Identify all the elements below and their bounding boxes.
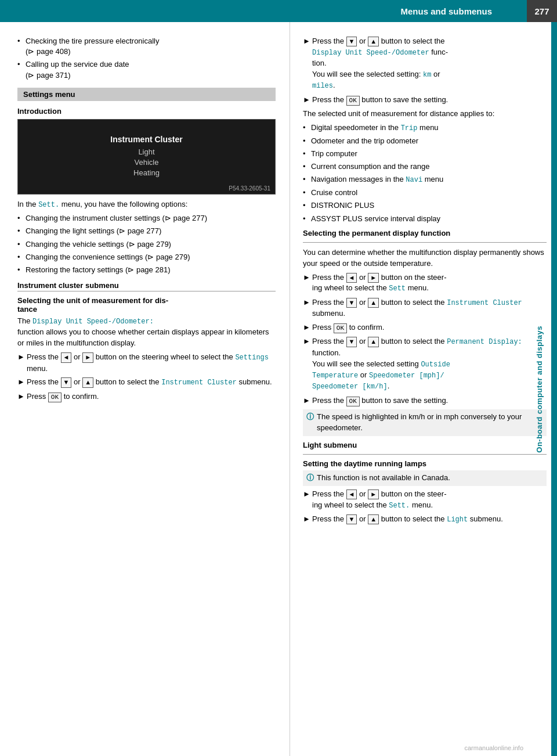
instrument-cluster-submenu-label: Instrument cluster submenu [17, 281, 276, 291]
display-unit-mono2: Display Unit Speed-/Odometer [312, 49, 429, 57]
step-r3-1: ► Press the ◄ or ► button on the steer-i… [303, 489, 547, 511]
option-text: Changing the convenience settings (⊳ pag… [26, 252, 276, 262]
bullet-text: Trip computer [311, 149, 547, 159]
ok-btn: OK [346, 96, 360, 106]
arrow-sym: ► [17, 377, 27, 388]
navi-mono: Navi [406, 176, 422, 184]
option-convenience: • Changing the convenience settings (⊳ p… [17, 252, 276, 262]
divider [303, 242, 547, 243]
miles-mono: miles [312, 82, 333, 90]
arrow-sym: ► [303, 395, 312, 406]
up-btn: ▲ [368, 37, 379, 46]
page-wrapper: Menus and submenus 277 • Checking the ti… [0, 0, 557, 756]
applies-consumption: • Current consumption and the range [303, 161, 547, 172]
arrow-text: Press the ▼ or ▲ button to select the Di… [312, 36, 547, 92]
arrow-sym: ► [303, 336, 312, 392]
down-btn: ▼ [346, 337, 357, 347]
bullet-text: ASSYST PLUS service interval display [311, 214, 547, 224]
info-note-1: ⓘ The speed is highlighted in km/h or in… [303, 409, 547, 436]
ic-mono: Instrument Cluster [447, 299, 522, 307]
display-unit-paragraph: The Display Unit Speed-/Odometer: functi… [17, 316, 276, 349]
km-mono: km [423, 71, 431, 79]
option-text: Restoring the factory settings (⊳ page 2… [26, 265, 276, 275]
up-btn: ▲ [368, 514, 379, 524]
step-r2-ok: ► Press the OK button to save the settin… [303, 395, 547, 406]
down-btn: ▼ [346, 514, 357, 524]
bullet-dot: • [17, 239, 26, 250]
ok-btn: OK [346, 397, 360, 406]
applies-to-text: The selected unit of measurement for dis… [303, 109, 547, 120]
sidebar-color-block [551, 22, 557, 756]
sidebar-label: On-board computer and displays [535, 326, 544, 453]
bullet-service-date: • Calling up the service due date(⊳ page… [17, 59, 276, 80]
bullet-dot: • [17, 36, 26, 57]
down-btn: ▼ [346, 37, 357, 46]
applies-digital: • Digital speedometer in the Trip menu [303, 123, 547, 134]
applies-odometer: • Odometer and the trip odometer [303, 136, 547, 146]
applies-assyst: • ASSYST PLUS service interval display [303, 214, 547, 224]
speedometer-mph-mono: Speedometer [mph]/ [369, 372, 444, 380]
trip-mono: Trip [401, 124, 418, 132]
settings-mono: Settings [235, 354, 269, 362]
watermark: carmanualonline.info [464, 744, 523, 751]
left-column: • Checking the tire pressure electronica… [0, 22, 290, 756]
sidebar-text-area: On-board computer and displays [527, 22, 551, 756]
intro-paragraph: In the Sett. menu, you have the followin… [17, 199, 276, 210]
light-mono: Light [447, 516, 468, 524]
selecting-unit-heading: Selecting the unit of measurement for di… [17, 296, 276, 314]
daytime-lamps-heading: Setting the daytime running lamps [303, 459, 547, 468]
page-number: 277 [527, 0, 557, 22]
info-text: The speed is highlighted in km/h or in m… [317, 412, 543, 434]
img-ref: P54.33-2605-31 [229, 185, 270, 192]
left-btn: ◄ [346, 273, 357, 283]
bullet-dot: • [303, 149, 311, 159]
bullet-text: Navigation messages in the Navi menu [311, 174, 547, 185]
applies-cruise: • Cruise control [303, 188, 547, 198]
arrow-text: Press the ▼ or ▲ button to select the In… [312, 297, 547, 319]
bullet-text-service: Calling up the service due date(⊳ page 3… [26, 59, 276, 80]
sett-mono2: Sett [389, 285, 406, 293]
speedometer-kmh-mono: Speedometer [km/h] [312, 383, 388, 391]
arrow-text: Press OK to confirm. [27, 391, 276, 402]
arrow-sym: ► [303, 514, 312, 525]
bullet-dot: • [303, 136, 311, 146]
ic-item-vehicle: Vehicle [135, 158, 159, 167]
ic-item-heating: Heating [133, 168, 160, 177]
bullet-dot: • [17, 59, 26, 80]
up-btn: ▲ [82, 377, 93, 387]
header-bar: Menus and submenus 277 [0, 0, 557, 22]
arrow-text: Press the ◄ or ► button on the steer-ing… [312, 489, 547, 511]
bullet-text: Current consumption and the range [311, 161, 547, 172]
info-icon: ⓘ [306, 412, 317, 434]
down-btn: ▼ [346, 298, 357, 308]
divider [303, 454, 547, 455]
step-right-1: ► Press the ▼ or ▲ button to select the … [303, 36, 547, 92]
arrow-text: Press the OK button to save the setting. [312, 95, 547, 106]
step-r3-2: ► Press the ▼ or ▲ button to select the … [303, 514, 547, 525]
arrow-sym: ► [17, 352, 27, 374]
arrow-text: Press the ▼ or ▲ button to select the In… [27, 377, 276, 388]
bullet-dot: • [303, 214, 311, 224]
settings-menu-label: Settings menu [23, 90, 75, 99]
right-btn: ► [82, 352, 93, 362]
bullet-dot: • [17, 226, 26, 236]
info-icon: ⓘ [306, 473, 317, 484]
content-area: • Checking the tire pressure electronica… [0, 22, 557, 756]
arrow-sym: ► [303, 297, 312, 319]
info-note-2: ⓘ This function is not available in Cana… [303, 470, 547, 486]
bullet-text-tire: Checking the tire pressure electronicall… [26, 36, 276, 57]
step-r2-3: ► Press OK to confirm. [303, 322, 547, 333]
ok-btn: OK [48, 393, 62, 402]
option-vehicle: • Changing the vehicle settings (⊳ page … [17, 239, 276, 250]
bullet-text: Digital speedometer in the Trip menu [311, 123, 547, 134]
ic-item-light: Light [138, 147, 154, 156]
bullet-tire-pressure: • Checking the tire pressure electronica… [17, 36, 276, 57]
selecting-permanent-text: You can determine whether the multifunct… [303, 247, 547, 269]
display-unit-mono: Display Unit Speed-/Odometer: [32, 318, 154, 326]
bullet-dot: • [17, 252, 26, 262]
right-column: ► Press the ▼ or ▲ button to select the … [290, 22, 557, 756]
arrow-sym: ► [303, 272, 312, 294]
bullet-dot: • [303, 200, 311, 211]
arrow-sym: ► [303, 36, 312, 92]
bullet-dot: • [17, 213, 26, 224]
